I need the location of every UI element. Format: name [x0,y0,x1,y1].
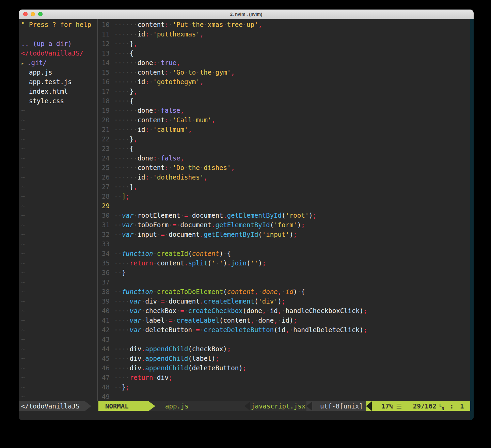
code-line[interactable]: 13····{ [98,48,470,58]
editor-buffer[interactable]: 10······content:·'Put·the·xmas·tree·up',… [98,20,470,401]
empty-line-tilde: ~ [19,392,97,401]
empty-line-tilde: ~ [19,134,97,144]
code-text: ······done:·false, [114,153,470,163]
trigram-icon: ☰ [396,401,402,411]
code-line[interactable]: 38··function·createToDoElement(content,·… [98,287,470,296]
code-line[interactable]: 17····}, [98,87,470,96]
code-text: ··}; [114,382,470,392]
tree-item[interactable]: style.css [19,96,97,106]
code-line[interactable]: 16······id:·'gotothegym', [98,77,470,87]
powerline-separator-icon [306,401,312,411]
empty-line-tilde: ~ [19,182,97,191]
tree-item[interactable] [19,29,97,39]
statusline-colon: : [450,401,454,411]
empty-line-tilde: ~ [19,153,97,163]
code-line[interactable]: 10······content:·'Put·the·xmas·tree·up', [98,20,470,29]
line-number: 47 [98,373,114,382]
code-text: ··} [114,268,470,277]
code-line[interactable]: 30··var·rootElement·=·document.getElemen… [98,211,470,220]
command-line[interactable] [19,411,470,420]
code-line[interactable]: 14······done:·true, [98,58,470,67]
code-text: ····}, [114,39,470,48]
line-number: 19 [98,106,114,115]
code-line[interactable]: 41····var·label·=·createLabel(content,·d… [98,315,470,325]
code-line[interactable]: 19······done:·false, [98,106,470,115]
code-text: ······id:·'dothedishes', [114,172,470,182]
code-line[interactable]: 20······content:·'Call·mum', [98,115,470,125]
code-line[interactable]: 25······content:·'Do·the·dishes', [98,163,470,172]
line-number: 40 [98,306,114,315]
empty-line-tilde: ~ [19,325,97,335]
code-text: ······content:·'Put·the·xmas·tree·up', [114,20,470,29]
empty-line-tilde: ~ [19,144,97,153]
code-text: ··var·rootElement·=·document.getElementB… [114,211,470,220]
titlebar[interactable]: 2. nvim . (nvim) [19,10,474,19]
code-line[interactable]: 48··}; [98,382,470,392]
code-line[interactable]: 34··function·createId(content)·{ [98,249,470,258]
line-number: 24 [98,153,114,163]
code-line[interactable]: 22····}, [98,134,470,144]
code-line[interactable]: 45····div.appendChild(label); [98,354,470,363]
code-line[interactable]: 32··var·input·=·document.getElementById(… [98,230,470,239]
nerdtree-sidebar[interactable]: " Press ? for help.. (up a dir)</todoVan… [19,20,97,401]
code-text: ····return·content.split('·').join(''); [114,258,470,268]
line-number: 15 [98,67,114,77]
code-text: ······done:·false, [114,106,470,115]
code-line[interactable]: 18····{ [98,96,470,106]
empty-line-tilde: ~ [19,373,97,382]
code-line[interactable]: 47····return·div; [98,373,470,382]
scrollbar-track[interactable] [470,19,474,420]
empty-line-tilde: ~ [19,363,97,373]
powerline-separator-icon [149,401,155,411]
terminal-window: 2. nvim . (nvim) " Press ? for help.. (u… [19,10,474,420]
line-number: 23 [98,144,114,153]
code-line[interactable]: 11······id:·'putthexmas', [98,29,470,39]
code-line[interactable]: 43 [98,335,470,344]
statusline-scroll-percent: 17% [381,401,393,411]
line-number: 45 [98,354,114,363]
code-line[interactable]: 42····var·deleteButton·=·createDeleteBut… [98,325,470,335]
code-line[interactable]: 23····{ [98,144,470,153]
code-line[interactable]: 24······done:·false, [98,153,470,163]
line-number: 48 [98,382,114,392]
code-line[interactable]: 40····var·checkBox·=·createCheckbox(done… [98,306,470,315]
tree-item[interactable]: ▸ .git/ [19,58,97,67]
code-line[interactable]: 21······id:·'callmum', [98,125,470,134]
statusline-column: 1 [460,401,464,411]
code-text: ··var·toDoForm·=·document.getElementById… [114,220,470,230]
tree-item[interactable]: .. (up a dir) [19,39,97,48]
code-line[interactable]: 33 [98,239,470,249]
code-line[interactable]: 36··} [98,268,470,277]
empty-line-tilde: ~ [19,268,97,277]
code-line[interactable]: 35····return·content.split('·').join('')… [98,258,470,268]
code-line[interactable]: 49 [98,392,470,401]
code-line[interactable]: 31··var·toDoForm·=·document.getElementBy… [98,220,470,230]
code-text: ····var·label·=·createLabel(content,·don… [114,315,470,325]
terminal-content: " Press ? for help.. (up a dir)</todoVan… [19,19,474,420]
code-line[interactable]: 29 [98,201,470,211]
line-number: 26 [98,172,114,182]
empty-line-tilde: ~ [19,277,97,287]
code-line[interactable]: 37 [98,277,470,287]
code-line[interactable]: 12····}, [98,39,470,48]
line-number: 20 [98,115,114,125]
code-text [114,335,470,344]
tree-item[interactable]: app.js [19,67,97,77]
empty-line-tilde: ~ [19,115,97,125]
code-line[interactable]: 26······id:·'dothedishes', [98,172,470,182]
tree-item[interactable]: app.test.js [19,77,97,87]
window-separator[interactable] [97,19,98,401]
tree-item[interactable]: </todoVanillaJS/ [19,48,97,58]
code-line[interactable]: 28··]; [98,191,470,201]
code-line[interactable]: 27····}, [98,182,470,191]
powerline-separator-icon [85,401,91,411]
tree-item[interactable]: index.html [19,87,97,96]
empty-line-tilde: ~ [19,382,97,392]
empty-line-tilde: ~ [19,172,97,182]
code-line[interactable]: 15······content:·'Go·to·the·gym', [98,67,470,77]
code-line[interactable]: 44····div.appendChild(checkBox); [98,344,470,354]
tree-item[interactable]: " Press ? for help [19,20,97,29]
code-line[interactable]: 46····div.appendChild(deleteButton); [98,363,470,373]
code-line[interactable]: 39····var·div·=·document.createElement('… [98,296,470,306]
statusline: </todoVanillaJS NORMAL app.js javascript… [19,401,474,411]
